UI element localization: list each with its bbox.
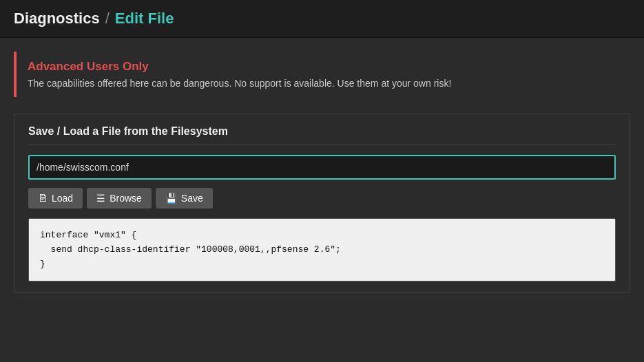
save-label: Save (181, 193, 203, 204)
load-label: Load (52, 193, 73, 204)
load-icon: 🖹 (38, 193, 48, 204)
main-content: Advanced Users Only The capabilities off… (0, 38, 644, 307)
header-bar: Diagnostics / Edit File (0, 0, 644, 38)
save-icon: 💾 (165, 193, 177, 204)
load-button[interactable]: 🖹 Load (28, 188, 83, 209)
code-area: interface "vmx1" { send dhcp-class-ident… (28, 218, 616, 281)
file-path-input[interactable] (28, 155, 616, 180)
warning-box: Advanced Users Only The capabilities off… (14, 52, 630, 97)
warning-title: Advanced Users Only (28, 60, 619, 74)
breadcrumb: Diagnostics / Edit File (14, 10, 630, 28)
breadcrumb-home: Diagnostics (14, 10, 100, 28)
breadcrumb-current: Edit File (115, 10, 174, 28)
warning-text: The capabilities offered here can be dan… (28, 78, 619, 89)
section-card: Save / Load a File from the Filesystem 🖹… (14, 114, 630, 293)
button-group: 🖹 Load ☰ Browse 💾 Save (28, 188, 616, 209)
browse-icon: ☰ (96, 193, 105, 204)
browse-label: Browse (110, 193, 142, 204)
save-button[interactable]: 💾 Save (156, 188, 213, 209)
breadcrumb-separator: / (105, 10, 110, 28)
browse-button[interactable]: ☰ Browse (87, 188, 152, 209)
section-title: Save / Load a File from the Filesystem (28, 125, 616, 145)
